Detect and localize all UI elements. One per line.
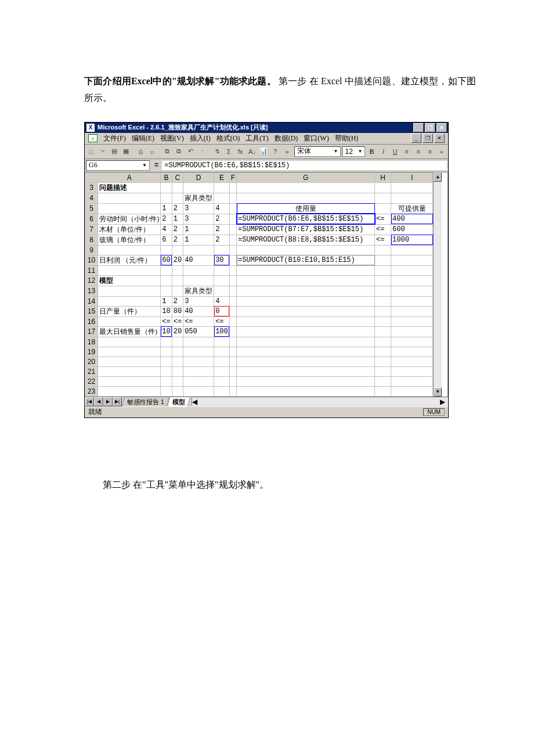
tab-nav-last[interactable]: ▶|	[113, 397, 122, 406]
save-icon[interactable]: ▤	[109, 146, 120, 157]
scroll-up-icon[interactable]: ▲	[434, 172, 442, 182]
cell[interactable]: 80	[172, 306, 183, 316]
cell[interactable]: 家具类型	[183, 193, 214, 203]
cell[interactable]: 木材（单位/件）	[98, 224, 161, 235]
col-F[interactable]: F	[229, 172, 236, 182]
cell[interactable]: 1000	[391, 235, 433, 245]
cell[interactable]: 日产量（件）	[98, 306, 161, 316]
col-B[interactable]: B	[161, 172, 172, 182]
fx-icon[interactable]: fx	[235, 146, 246, 157]
bold-button[interactable]: B	[366, 146, 377, 157]
cell[interactable]: 模型	[98, 275, 161, 286]
cell[interactable]: <=	[161, 316, 172, 326]
horizontal-scrollbar[interactable]: ◀ ▶	[192, 398, 448, 406]
name-box[interactable]: G6▼	[86, 160, 150, 171]
cell[interactable]: 使用量	[237, 203, 375, 214]
cell[interactable]: 3	[183, 203, 214, 214]
doc-minimize-button[interactable]: _	[411, 134, 421, 143]
menu-data[interactable]: 数据(D)	[275, 134, 298, 143]
cell[interactable]: <=	[214, 316, 230, 326]
align-right-icon[interactable]: ≡	[425, 146, 435, 157]
toolbar-more-icon[interactable]: »	[282, 146, 292, 157]
cell[interactable]: 10	[161, 306, 172, 316]
chart-icon[interactable]: 📊	[258, 146, 269, 157]
menu-insert[interactable]: 插入(I)	[190, 134, 211, 143]
cell[interactable]: 4	[214, 296, 230, 306]
cell[interactable]: <=	[375, 235, 391, 245]
col-A[interactable]: A	[98, 172, 161, 182]
align-left-icon[interactable]: ≡	[402, 146, 412, 157]
formula-input[interactable]: =SUMPRODUCT(B6:E6,$B$15:$E$15)	[162, 161, 447, 170]
col-E[interactable]: E	[214, 172, 230, 182]
cell[interactable]: 4	[214, 203, 230, 214]
link-icon[interactable]: ↯	[212, 146, 222, 157]
col-I[interactable]: I	[391, 172, 433, 182]
copy-icon[interactable]: ⧉	[162, 146, 172, 157]
scroll-right-icon[interactable]: ▶	[440, 398, 448, 406]
underline-button[interactable]: U	[390, 146, 400, 157]
cell[interactable]: 2	[172, 224, 183, 235]
print-icon[interactable]: ⎙	[136, 146, 146, 157]
scroll-left-icon[interactable]: ◀	[192, 398, 200, 406]
cell[interactable]: =SUMPRODUCT(B7:E7,$B$15:$E$15)	[237, 224, 375, 235]
cell[interactable]: 20	[172, 326, 183, 337]
cell[interactable]: 3	[183, 214, 214, 224]
cell[interactable]: 劳动时间（小时/件)	[98, 214, 161, 224]
cell[interactable]: 1	[183, 224, 214, 235]
font-name-select[interactable]: 宋体▼	[294, 146, 341, 157]
email-icon[interactable]: ▦	[121, 146, 131, 157]
cell[interactable]: <=	[172, 316, 183, 326]
cell[interactable]: 1	[161, 203, 172, 214]
font-size-select[interactable]: 12▼	[342, 146, 365, 157]
cell[interactable]: 30	[214, 255, 230, 265]
cell[interactable]: 1	[183, 235, 214, 245]
cell[interactable]: 40	[183, 255, 214, 265]
menu-help[interactable]: 帮助(H)	[335, 134, 359, 143]
cell[interactable]: 20	[172, 255, 183, 265]
cell[interactable]: 2	[214, 235, 230, 245]
maximize-button[interactable]: ❐	[425, 123, 435, 132]
menu-window[interactable]: 窗口(W)	[304, 134, 329, 143]
cell[interactable]: 可提供量	[391, 203, 433, 214]
cell[interactable]: 2	[161, 214, 172, 224]
cell[interactable]: 40	[183, 306, 214, 316]
help-icon[interactable]: ?	[270, 146, 280, 157]
scroll-down-icon[interactable]: ▼	[434, 387, 442, 397]
preview-icon[interactable]: ⌕	[147, 146, 158, 157]
cell[interactable]: 玻璃（单位/件）	[98, 235, 161, 245]
vertical-scrollbar[interactable]: ▲ ▼	[433, 172, 442, 397]
cell[interactable]: 0	[214, 306, 230, 316]
cell[interactable]: 100	[214, 326, 230, 337]
menu-view[interactable]: 视图(V)	[160, 134, 184, 143]
cell[interactable]: 家具类型	[183, 286, 214, 296]
cell[interactable]: 10	[161, 326, 172, 337]
cell[interactable]: 2	[172, 203, 183, 214]
close-button[interactable]: ✕	[436, 123, 447, 132]
col-C[interactable]: C	[172, 172, 183, 182]
italic-button[interactable]: I	[378, 146, 389, 157]
cell[interactable]: 1	[161, 296, 172, 306]
cell[interactable]: 2	[172, 296, 183, 306]
active-cell[interactable]: =SUMPRODUCT(B6:E6,$B$15:$E$15)	[237, 214, 375, 224]
tab-nav-next[interactable]: ▶	[103, 397, 113, 406]
tab-nav-first[interactable]: |◀	[85, 397, 94, 406]
cell[interactable]: 6	[161, 235, 172, 245]
cell[interactable]: 日利润 （元/件）	[98, 255, 161, 265]
cell[interactable]: 1	[172, 214, 183, 224]
sheet-tab-model[interactable]: 模型	[167, 397, 191, 406]
cell[interactable]: 3	[183, 296, 214, 306]
spreadsheet-grid[interactable]: A B C D E F G H I 3问题描述 4家具类型 5 1 2 3 4	[85, 172, 433, 397]
menu-tools[interactable]: 工具(T)	[246, 134, 268, 143]
cell[interactable]: 60	[161, 255, 172, 265]
cell[interactable]: 问题描述	[98, 182, 161, 193]
cell[interactable]: =SUMPRODUCT(B10:E10,B15:E15)	[237, 255, 375, 265]
cell[interactable]: 4	[161, 224, 172, 235]
dropdown-icon[interactable]: ⋅	[197, 146, 208, 157]
sort-icon[interactable]: A↓	[247, 146, 257, 157]
sheet-tab-sensitivity[interactable]: 敏感性报告 1	[122, 397, 170, 406]
col-D[interactable]: D	[183, 172, 214, 182]
sum-icon[interactable]: Σ	[223, 146, 234, 157]
cell[interactable]: 最大日销售量（件)	[98, 326, 161, 337]
tab-nav-prev[interactable]: ◀	[94, 397, 103, 406]
menu-format[interactable]: 格式(O)	[217, 134, 240, 143]
